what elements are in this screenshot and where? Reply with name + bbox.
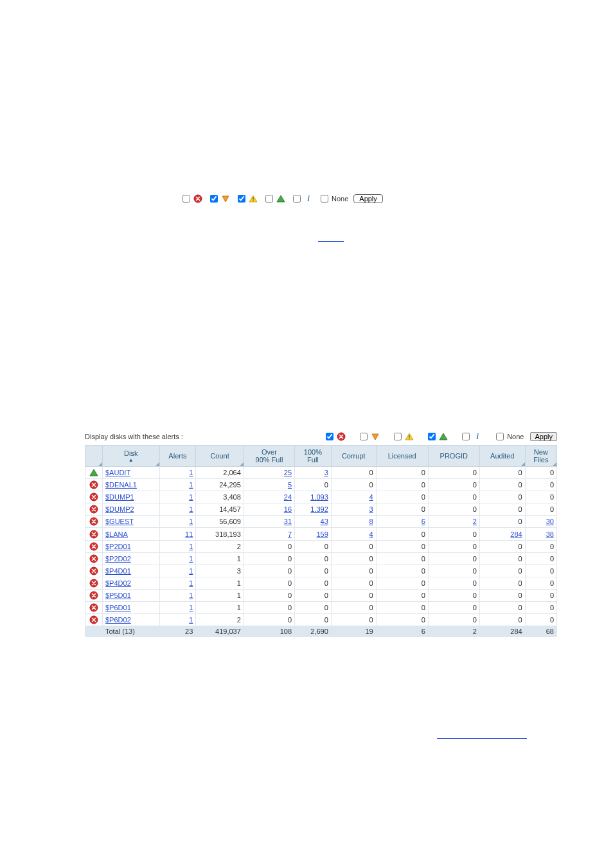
cell-link[interactable]: 7: [288, 530, 292, 538]
cell-link[interactable]: 1: [189, 604, 193, 611]
cell-link[interactable]: 31: [284, 518, 292, 525]
count-cell: 1: [196, 602, 244, 614]
row-status-cell: [85, 503, 103, 516]
svg-marker-11: [440, 433, 447, 440]
count-cell: 318,193: [196, 528, 244, 540]
cell-link[interactable]: 1: [189, 567, 193, 575]
cell-link[interactable]: 16: [284, 505, 292, 513]
col-alerts[interactable]: Alerts: [159, 446, 196, 467]
disk-link[interactable]: $P6D02: [105, 616, 131, 624]
disk-link[interactable]: $DUMP2: [105, 505, 134, 513]
svg-rect-3: [253, 197, 253, 200]
svg-rect-4: [253, 201, 253, 201]
disk-cell: $DUMP2: [103, 503, 160, 516]
col-corrupt[interactable]: Corrupt: [331, 446, 376, 467]
disk-link[interactable]: $P4D02: [105, 579, 131, 587]
cell-link[interactable]: 8: [369, 518, 373, 525]
filter-up-checkbox[interactable]: [265, 195, 273, 203]
cell-link[interactable]: 1: [189, 505, 193, 513]
disk-link[interactable]: $DENAL1: [105, 481, 137, 489]
cell-link[interactable]: 30: [546, 518, 554, 525]
disk-link[interactable]: $AUDIT: [105, 469, 130, 476]
col-over90[interactable]: Over90% Full: [244, 446, 294, 467]
count-cell: 2,064: [196, 467, 244, 479]
cell-link[interactable]: 1: [189, 543, 193, 550]
filter-warn-checkbox[interactable]: [394, 433, 402, 440]
filter-info-checkbox[interactable]: [293, 195, 301, 203]
disk-cell: $P4D02: [103, 577, 160, 589]
cell-link[interactable]: 1: [189, 592, 193, 599]
col-full100[interactable]: 100%Full: [295, 446, 332, 467]
filter-up-checkbox[interactable]: [428, 433, 436, 440]
cell-link[interactable]: 1: [189, 555, 193, 563]
disk-link[interactable]: $P4D01: [105, 567, 131, 575]
cell-link[interactable]: 159: [316, 530, 328, 538]
cell-link[interactable]: 6: [422, 518, 425, 525]
count-cell: 1: [196, 577, 244, 589]
disk-link[interactable]: $P6D01: [105, 604, 131, 611]
total-corrupt: 19: [331, 626, 376, 637]
count-cell: 1: [196, 589, 244, 601]
col-audited[interactable]: Audited: [479, 446, 525, 467]
cell-link[interactable]: 43: [321, 518, 328, 525]
cell-link[interactable]: 1: [189, 518, 193, 525]
cell-link[interactable]: 4: [369, 530, 373, 538]
disk-table: Disk▲AlertsCountOver90% Full100%FullCorr…: [85, 445, 557, 637]
cell-link[interactable]: 4: [369, 493, 373, 501]
cell-link[interactable]: 11: [185, 530, 193, 538]
row-status-cell: [85, 602, 103, 614]
col-licensed[interactable]: Licensed: [376, 446, 428, 467]
filter-warn-checkbox[interactable]: [238, 195, 245, 203]
total-progid: 2: [428, 626, 479, 637]
filter-none-checkbox[interactable]: [496, 433, 504, 440]
cell-link[interactable]: 25: [284, 469, 292, 476]
cell-link[interactable]: 3: [324, 469, 328, 476]
cell-link[interactable]: 1: [189, 493, 193, 501]
disk-cell: $GUEST: [103, 516, 160, 528]
error-icon: [89, 554, 98, 563]
col-progid[interactable]: PROGID: [428, 446, 479, 467]
disk-link[interactable]: $P2D02: [105, 555, 131, 563]
filter-none-checkbox[interactable]: [321, 195, 328, 203]
ghost-link-bottom: [437, 738, 527, 739]
col-disk[interactable]: Disk▲: [103, 446, 160, 467]
cell-link[interactable]: 1: [189, 469, 193, 476]
col-newfiles[interactable]: NewFiles: [525, 446, 556, 467]
cell-link[interactable]: 1,392: [310, 505, 328, 513]
disk-cell: $DENAL1: [103, 479, 160, 491]
error-icon: [193, 194, 202, 203]
filter-down-checkbox[interactable]: [210, 195, 218, 203]
count-cell: 56,609: [196, 516, 244, 528]
apply-button[interactable]: Apply: [353, 194, 383, 203]
cell-link[interactable]: 38: [546, 530, 554, 538]
disk-link[interactable]: $DUMP1: [105, 493, 134, 501]
filter-error-checkbox[interactable]: [326, 433, 333, 440]
disk-cell: $P6D01: [103, 602, 160, 614]
filter-error: [323, 431, 346, 442]
apply-button[interactable]: Apply: [530, 432, 557, 441]
cell-link[interactable]: 1: [189, 579, 193, 587]
cell-link[interactable]: 1: [189, 481, 193, 489]
col-icon[interactable]: [85, 446, 103, 467]
filter-info-checkbox[interactable]: [462, 433, 470, 440]
cell-link[interactable]: 1: [189, 616, 193, 624]
cell-link[interactable]: 3: [369, 505, 373, 513]
row-status-cell: [85, 467, 103, 479]
cell-link[interactable]: 24: [284, 493, 292, 501]
col-count[interactable]: Count: [196, 446, 244, 467]
disk-link[interactable]: $GUEST: [105, 518, 134, 525]
up-green-icon: [89, 468, 98, 477]
cell-link[interactable]: 2: [473, 518, 477, 525]
disk-link[interactable]: $P2D01: [105, 543, 131, 550]
cell-link[interactable]: 5: [288, 481, 292, 489]
down-orange-icon: [371, 432, 380, 441]
table-row: $P4D01130000000: [85, 565, 557, 577]
cell-link[interactable]: 284: [510, 530, 522, 538]
filter-error-checkbox[interactable]: [182, 195, 190, 203]
error-icon: [89, 505, 98, 514]
cell-link[interactable]: 1,093: [310, 493, 328, 501]
disk-link[interactable]: $P5D01: [105, 592, 131, 599]
filter-down-checkbox[interactable]: [360, 433, 368, 440]
disk-link[interactable]: $LANA: [105, 530, 128, 538]
row-status-cell: [85, 577, 103, 589]
